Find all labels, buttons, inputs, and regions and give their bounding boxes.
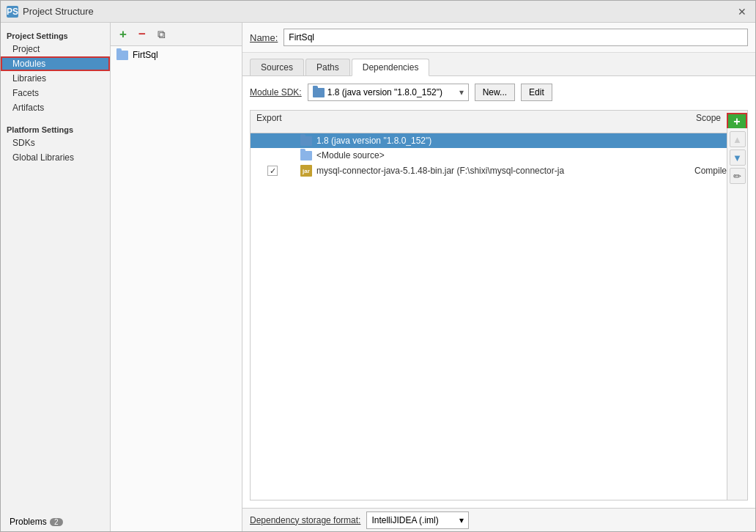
project-settings-section: Project Settings (1, 29, 110, 42)
dep-name-module-source: <Module source> (294, 150, 689, 160)
name-bar: Name: (242, 23, 755, 53)
tab-sources[interactable]: Sources (250, 59, 304, 75)
dep-name-jdk: 1.8 (java version "1.8.0_152") (294, 136, 689, 146)
dep-panel: Module SDK: 1.8 (java version "1.8.0_152… (242, 76, 755, 508)
col-scope-header: Scope (668, 113, 727, 130)
sidebar: Project Settings Project Modules Librari… (1, 23, 111, 531)
dep-row-jdk[interactable]: 1.8 (java version "1.8.0_152") (251, 133, 747, 148)
copy-module-button[interactable]: ⧉ (153, 26, 169, 43)
sdk-select[interactable]: 1.8 (java version "1.8.0_152") ▾ (308, 84, 469, 101)
title-bar: PS Project Structure ✕ (1, 1, 755, 23)
sdk-row: Module SDK: 1.8 (java version "1.8.0_152… (250, 84, 748, 101)
sdk-value: 1.8 (java version "1.8.0_152") (327, 87, 442, 97)
dep-row-mysql[interactable]: jar mysql-connector-java-5.1.48-bin.jar … (251, 163, 747, 179)
dep-table-header: Export Scope + (251, 111, 747, 133)
app-icon: PS (7, 6, 18, 18)
problems-section: Problems 2 (1, 509, 110, 531)
format-dropdown-arrow: ▾ (459, 515, 464, 525)
bottom-bar: Dependency storage format: IntelliJIDEA … (242, 508, 755, 531)
problems-label: Problems (10, 517, 47, 527)
jdk-folder-icon (300, 136, 312, 146)
main-area: + − ⧉ FirtSql Name: (111, 23, 755, 531)
dep-name-mysql: jar mysql-connector-java-5.1.48-bin.jar … (294, 165, 689, 177)
main-content: Project Settings Project Modules Librari… (1, 23, 755, 531)
dep-format-select[interactable]: IntelliJIDEA (.iml) ▾ (366, 511, 469, 529)
module-list-toolbar: + − ⧉ (111, 23, 242, 46)
module-folder-icon (116, 51, 128, 60)
edit-sdk-button[interactable]: Edit (521, 84, 552, 101)
problems-item[interactable]: Problems 2 (7, 515, 104, 528)
add-module-button[interactable]: + (115, 26, 131, 43)
tab-dependencies[interactable]: Dependencies (352, 59, 430, 76)
close-button[interactable]: ✕ (735, 4, 749, 19)
name-input[interactable] (284, 29, 748, 46)
module-list: + − ⧉ FirtSql (111, 23, 242, 531)
dep-export-mysql (251, 166, 294, 176)
sidebar-item-sdks[interactable]: SDKs (1, 136, 110, 150)
sdk-label: Module SDK: (250, 87, 302, 97)
dep-format-label: Dependency storage format: (250, 515, 360, 525)
jar-icon: jar (300, 165, 312, 177)
project-structure-window: PS Project Structure ✕ Project Settings … (0, 0, 756, 532)
move-down-button[interactable]: ▼ (730, 149, 746, 166)
sidebar-item-global-libraries[interactable]: Global Libraries (1, 150, 110, 165)
sdk-dropdown-arrow: ▾ (459, 87, 464, 97)
dep-table: Export Scope + 1.8 (java version " (250, 110, 748, 500)
tab-paths[interactable]: Paths (305, 59, 350, 75)
sidebar-item-facets[interactable]: Facets (1, 86, 110, 100)
module-item-firtsql[interactable]: FirtSql (111, 46, 242, 64)
new-sdk-button[interactable]: New... (475, 84, 515, 101)
dep-format-value: IntelliJIDEA (.iml) (371, 515, 438, 525)
window-title: Project Structure (23, 6, 94, 17)
sdk-folder-icon (313, 88, 325, 97)
name-label: Name: (250, 32, 278, 43)
module-source-icon (300, 151, 312, 160)
dep-row-module-source[interactable]: <Module source> (251, 148, 747, 163)
move-up-button[interactable]: ▲ (730, 131, 746, 147)
sidebar-item-project[interactable]: Project (1, 42, 110, 56)
title-bar-left: PS Project Structure (7, 6, 94, 18)
tabs-bar: Sources Paths Dependencies (242, 53, 755, 76)
col-export-header: Export (251, 113, 294, 130)
remove-module-button[interactable]: − (134, 26, 150, 43)
module-name: FirtSql (133, 50, 158, 60)
side-buttons: ▲ ▼ ✏ (727, 128, 747, 500)
problems-badge: 2 (50, 518, 63, 526)
col-name-header (294, 113, 668, 130)
dep-checkbox-mysql[interactable] (267, 166, 278, 176)
edit-dep-button[interactable]: ✏ (730, 168, 746, 184)
right-panel: Name: Sources Paths Dependencies Module … (242, 23, 755, 531)
platform-settings-section: Platform Settings (1, 122, 110, 136)
sidebar-item-libraries[interactable]: Libraries (1, 71, 110, 86)
sidebar-item-artifacts[interactable]: Artifacts (1, 100, 110, 115)
sidebar-item-modules[interactable]: Modules (1, 56, 110, 71)
